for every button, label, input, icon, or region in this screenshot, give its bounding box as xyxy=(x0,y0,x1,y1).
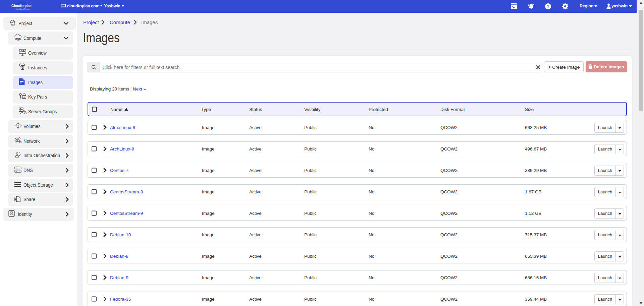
svg-text:?: ? xyxy=(547,4,549,9)
